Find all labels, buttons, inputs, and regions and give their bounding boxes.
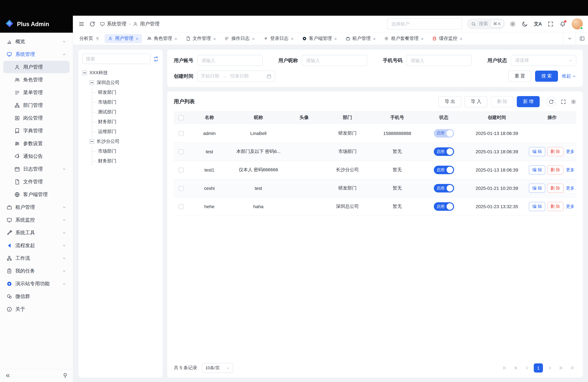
page-size-select[interactable]: 10条/页 [202, 363, 233, 373]
pagination-prev-jump-button[interactable] [512, 364, 520, 372]
tree-node[interactable]: 市场部门 [82, 97, 159, 107]
sidebar-item-demo-features[interactable]: 演示站专用功能 [3, 277, 70, 290]
tree-node[interactable]: 研发部门 [82, 87, 159, 97]
close-tab-icon[interactable]: × [291, 36, 294, 41]
tree-collapse-toggle[interactable] [89, 80, 94, 85]
sidebar-item-client-mgmt[interactable]: 客户端管理 [3, 188, 70, 201]
settings-gear-icon[interactable] [510, 21, 516, 27]
tree-node[interactable]: XXX科技 [82, 68, 159, 78]
account-input[interactable] [197, 55, 263, 66]
tab-oplog[interactable]: 操作日志× [221, 34, 259, 43]
reset-button[interactable]: 重 置 [508, 71, 531, 82]
close-tab-icon[interactable]: × [213, 36, 216, 41]
import-button[interactable]: 导 入 [465, 96, 487, 107]
row-checkbox[interactable] [179, 149, 183, 154]
dark-mode-moon-icon[interactable] [522, 21, 528, 27]
hamburger-menu-icon[interactable] [78, 21, 84, 27]
table-settings-icon[interactable] [571, 99, 576, 105]
sidebar-item-dict-mgmt[interactable]: 字典管理 [3, 125, 70, 137]
sidebar-item-user-mgmt[interactable]: 用户管理 [3, 61, 70, 73]
close-tab-icon[interactable]: × [373, 36, 376, 41]
tree-node[interactable]: 测试部门 [82, 107, 159, 117]
more-actions-button[interactable]: 更多 [565, 147, 575, 156]
pagination-page-1[interactable]: 1 [534, 363, 543, 373]
user-avatar[interactable] [572, 18, 583, 29]
tab-client[interactable]: 客户端管理× [299, 34, 341, 43]
close-tab-icon[interactable]: × [421, 36, 424, 41]
delete-row-button[interactable]: 删 除 [547, 184, 563, 193]
pagination-prev-button[interactable] [523, 364, 531, 372]
tabbar-dropdown-icon[interactable] [563, 32, 576, 45]
tenant-select-input[interactable] [387, 18, 462, 29]
global-search-button[interactable]: 搜索 ⌘ K [467, 18, 505, 29]
sidebar-item-about[interactable]: 关于 [3, 303, 70, 315]
sidebar-item-role-mgmt[interactable]: 角色管理 [3, 74, 70, 86]
edit-button[interactable]: 编 辑 [529, 202, 545, 211]
tree-node[interactable]: 市场部门 [82, 146, 159, 156]
close-tab-icon[interactable]: × [460, 36, 462, 41]
language-translate-icon[interactable]: 文A [534, 21, 542, 27]
status-toggle[interactable]: 启用 [434, 166, 454, 174]
sidebar-item-wechat-group[interactable]: 微信群 [3, 290, 70, 303]
status-select[interactable]: 请选择 [511, 55, 576, 66]
more-actions-button[interactable]: 更多 [565, 202, 575, 211]
status-toggle[interactable]: 启用 [434, 184, 454, 192]
pagination-first-button[interactable] [501, 364, 509, 372]
pagination-last-button[interactable] [568, 364, 576, 372]
status-toggle[interactable]: 启用 [434, 147, 454, 156]
delete-row-button[interactable]: 删 除 [547, 147, 563, 156]
row-checkbox[interactable] [179, 204, 183, 209]
collapse-filters-link[interactable]: 收起 [562, 73, 576, 79]
tab-tenant[interactable]: 租户管理× [342, 34, 379, 43]
row-checkbox[interactable] [179, 186, 183, 191]
phone-input[interactable] [406, 55, 472, 66]
sidebar-item-sys-tools[interactable]: 系统工具 [3, 226, 70, 239]
sidebar-item-sys-monitor[interactable]: 系统监控 [3, 214, 70, 226]
row-checkbox[interactable] [179, 168, 183, 173]
delete-row-button[interactable]: 删 除 [547, 202, 563, 211]
sidebar-item-system[interactable]: 系统管理 [3, 48, 70, 61]
tree-collapse-toggle[interactable] [82, 71, 87, 75]
status-toggle[interactable]: 启用 [434, 129, 454, 138]
tab-cache[interactable]: 缓存监控× [429, 34, 466, 43]
add-button[interactable]: 新 增 [517, 96, 540, 107]
tab-user[interactable]: 用户管理× [105, 34, 142, 43]
created-date-range-picker[interactable]: 开始日期 → 结束日期 [197, 71, 275, 82]
sidebar-item-log-mgmt[interactable]: 日志管理 [3, 163, 70, 175]
tree-node[interactable]: 财务部门 [82, 117, 159, 127]
row-checkbox[interactable] [179, 131, 183, 136]
sidebar-collapse-icon[interactable] [5, 373, 11, 379]
close-tab-icon[interactable]: × [334, 36, 337, 41]
sidebar-item-post-mgmt[interactable]: 岗位管理 [3, 112, 70, 124]
table-fullscreen-icon[interactable] [561, 99, 566, 105]
tree-search-input[interactable] [82, 54, 151, 64]
tree-node[interactable]: 运维部门 [82, 127, 159, 137]
tree-node[interactable]: 深圳总公司 [82, 78, 159, 87]
more-actions-button[interactable]: 更多 [565, 184, 575, 193]
sidebar-item-file-mgmt[interactable]: 文件管理 [3, 175, 70, 188]
tab-loginlog[interactable]: 登录日志× [260, 34, 297, 43]
tabbar-layout-icon[interactable] [576, 32, 588, 45]
tree-node[interactable]: 财务部门 [82, 156, 159, 166]
refresh-page-icon[interactable] [89, 21, 95, 27]
delete-button[interactable]: 删 除 [491, 96, 514, 107]
delete-row-button[interactable]: 删 除 [547, 165, 563, 174]
tab-analysis[interactable]: 分析页 [76, 34, 103, 43]
sidebar-item-param-settings[interactable]: 参数设置 [3, 137, 70, 150]
edit-button[interactable]: 编 辑 [529, 184, 545, 193]
pagination-next-button[interactable] [546, 364, 554, 372]
sidebar-item-tenant-mgmt[interactable]: 租户管理 [3, 201, 70, 213]
table-refresh-icon[interactable] [546, 97, 556, 106]
nickname-input[interactable] [302, 55, 367, 66]
more-actions-button[interactable]: 更多 [565, 165, 575, 174]
breadcrumb-item-system[interactable]: 系统管理 [100, 21, 126, 27]
sidebar-item-notice[interactable]: 通知公告 [3, 150, 70, 162]
export-button[interactable]: 导 出 [439, 96, 462, 107]
status-toggle[interactable]: 启用 [434, 202, 454, 211]
tab-file[interactable]: 文件管理× [182, 34, 220, 43]
fullscreen-icon[interactable] [547, 21, 554, 27]
sidebar-item-menu-mgmt[interactable]: 菜单管理 [3, 86, 70, 99]
tab-tenantpkg[interactable]: 租户套餐管理× [381, 34, 427, 43]
sidebar-pin-icon[interactable] [62, 373, 68, 379]
notifications-bell-icon[interactable] [560, 21, 566, 27]
